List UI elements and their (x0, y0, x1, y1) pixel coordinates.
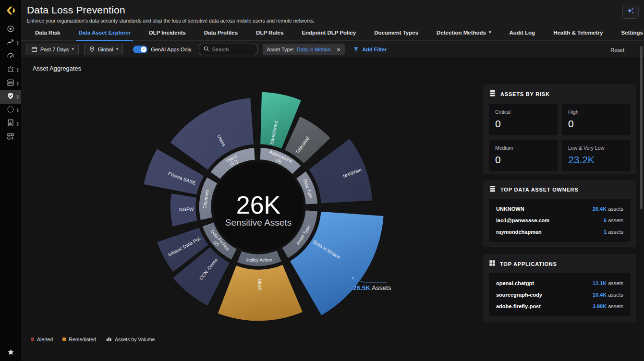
star-icon (7, 348, 15, 358)
panel-title: ASSETS BY RISK (500, 91, 550, 97)
tab-audit-log[interactable]: Audit Log (500, 25, 545, 40)
content-area: Asset Aggregates Users(57)UsersApplicati… (21, 59, 644, 361)
owner-assets-link[interactable]: 1 assets (604, 229, 623, 235)
toggle-on: ✓ (133, 46, 147, 53)
search-icon (203, 45, 209, 54)
database-icon (489, 185, 496, 194)
owner-assets-link[interactable]: 6 assets (604, 217, 623, 223)
tab-bar: Data Risk Data Asset Explorer DLP Incide… (21, 25, 644, 41)
activity-icon (6, 38, 15, 48)
left-sidebar: ❯ ❯ ❯ ❯ ❯ ❯ (0, 0, 21, 361)
top-applications-panel: TOP APPLICATIONS openai-chatgpt 12.1K as… (483, 254, 636, 323)
reset-button[interactable]: Reset (610, 41, 624, 59)
grid-icon (489, 260, 496, 268)
chevron-right-icon: ❯ (16, 41, 19, 45)
sidebar-item-overview[interactable] (0, 23, 21, 36)
tab-health-telemetry[interactable]: Health & Telemetry (544, 25, 612, 40)
siren-icon (6, 65, 15, 75)
chevron-down-icon: ▾ (116, 47, 119, 51)
radar-icon (6, 24, 15, 35)
chevron-right-icon: ❯ (16, 82, 19, 85)
svg-text:26K: 26K (236, 191, 281, 219)
tab-dlp-rules[interactable]: DLP Rules (247, 25, 292, 40)
asset-type-filter-chip[interactable]: Asset Type: Data in Motion ✕ (263, 44, 345, 55)
scrollbar-thumb[interactable] (640, 46, 643, 209)
top-data-asset-owners-panel: TOP DATA ASSET OWNERS UNKNOWN 26.4K asse… (483, 180, 636, 247)
chevron-right-icon: ❯ (16, 95, 19, 99)
chevron-down-icon: ▾ (489, 30, 491, 35)
page-header: Data Loss Prevention Enforce your organi… (21, 0, 644, 25)
application-assets-link[interactable]: 12.1K assets (593, 280, 623, 286)
palo-alto-logo[interactable] (0, 0, 21, 21)
search-input[interactable] (212, 47, 253, 52)
svg-text:26.5K Assets: 26.5K Assets (353, 284, 391, 291)
application-assets-link[interactable]: 10.4K assets (593, 292, 623, 298)
genai-apps-toggle[interactable]: ✓ GenAI Apps Only (133, 46, 191, 53)
asset-aggregates-sunburst[interactable]: Users(57)UsersApplications(4)SanctionedT… (21, 59, 477, 338)
sidebar-item-apps[interactable] (0, 131, 21, 144)
tab-endpoint-dlp-policy[interactable]: Endpoint DLP Policy (292, 25, 365, 40)
chevron-right-icon: ❯ (16, 68, 19, 72)
application-assets-link[interactable]: 3.98K assets (593, 303, 623, 309)
search-box (199, 44, 257, 55)
scope-dropdown[interactable]: Global ▾ (84, 44, 123, 55)
tab-settings[interactable]: Settings (612, 25, 644, 40)
add-filter-button[interactable]: Add Filter (353, 46, 387, 53)
application-row: sourcegraph-cody 10.4K assets (496, 289, 623, 301)
svg-text:NGFW: NGFW (179, 206, 194, 212)
time-range-dropdown[interactable]: Past 7 Days ▾ (26, 44, 79, 55)
page-scrollbar (640, 0, 643, 361)
risk-card-high[interactable]: High 0 (562, 104, 631, 135)
sidebar-item-incidents[interactable]: ❯ (0, 63, 21, 77)
risk-card-medium[interactable]: Medium 0 (489, 140, 558, 171)
main-area: Data Loss Prevention Enforce your organi… (21, 0, 644, 361)
report-icon (6, 119, 15, 129)
application-row: adobe-firefly-post 3.98K assets (496, 301, 623, 312)
sidebar-item-reports[interactable]: ❯ (0, 117, 21, 131)
page-title: Data Loss Prevention (27, 4, 125, 16)
legend-remediated[interactable]: Remediated (62, 337, 96, 342)
bar-chart-icon (106, 336, 112, 343)
speedometer-icon (6, 51, 15, 62)
close-icon[interactable]: ✕ (337, 47, 340, 52)
tab-data-asset-explorer[interactable]: Data Asset Explorer (69, 25, 140, 40)
tab-detection-methods[interactable]: Detection Methods▾ (427, 25, 500, 40)
alerted-swatch (31, 337, 34, 341)
risk-card-critical[interactable]: Critical 0 (489, 104, 558, 135)
sidebar-item-network[interactable]: ❯ (0, 77, 21, 90)
tab-data-risk[interactable]: Data Risk (26, 25, 69, 40)
tab-data-profiles[interactable]: Data Profiles (195, 25, 247, 40)
sidebar-item-processing[interactable]: ❯ (0, 104, 21, 117)
grid-plus-icon (6, 132, 15, 143)
owner-row: lao1@panwsase.com 6 assets (496, 215, 623, 226)
dotted-circle-icon (6, 105, 15, 116)
tab-dlp-incidents[interactable]: DLP Incidents (140, 25, 194, 40)
chevron-right-icon: ❯ (16, 108, 19, 112)
owner-row: raymondchapman 1 assets (496, 226, 623, 238)
filter-bar: Past 7 Days ▾ Global ▾ ✓ GenAI Apps Only… (21, 41, 644, 59)
ai-copilot-button[interactable] (622, 5, 639, 19)
application-row: openai-chatgpt 12.1K assets (496, 277, 623, 289)
tab-document-types[interactable]: Document Types (365, 25, 427, 40)
assets-by-risk-panel: ASSETS BY RISK Critical 0 High 0 Medium (483, 84, 636, 174)
legend-alerted[interactable]: Alerted (31, 337, 53, 342)
dlp-dashboard: ❯ ❯ ❯ ❯ ❯ ❯ (0, 0, 644, 361)
legend-assets-by-volume[interactable]: Assets by Volume (106, 336, 155, 343)
sidebar-item-data-loss-prevention[interactable]: ❯ (0, 90, 21, 104)
svg-text:Policy Action: Policy Action (246, 257, 272, 263)
chart-legend: Alerted Remediated Assets by Volume (31, 336, 155, 343)
chevron-right-icon: ❯ (16, 122, 19, 126)
shield-check-icon (6, 92, 15, 102)
sidebar-item-dashboard[interactable] (0, 50, 21, 63)
toggle-knob-check: ✓ (141, 47, 146, 52)
owner-assets-link[interactable]: 26.4K assets (593, 206, 623, 212)
favorites-button[interactable] (0, 345, 21, 361)
sparkles-icon (626, 6, 635, 18)
svg-text:Block: Block (257, 279, 262, 291)
funnel-icon (353, 46, 359, 53)
location-pin-icon (89, 46, 95, 53)
svg-text:Sensitive Assets: Sensitive Assets (225, 217, 292, 228)
risk-card-low[interactable]: Low & Very Low 23.2K (562, 140, 631, 171)
panel-title: TOP APPLICATIONS (500, 261, 557, 267)
sidebar-item-activity[interactable]: ❯ (0, 36, 21, 50)
